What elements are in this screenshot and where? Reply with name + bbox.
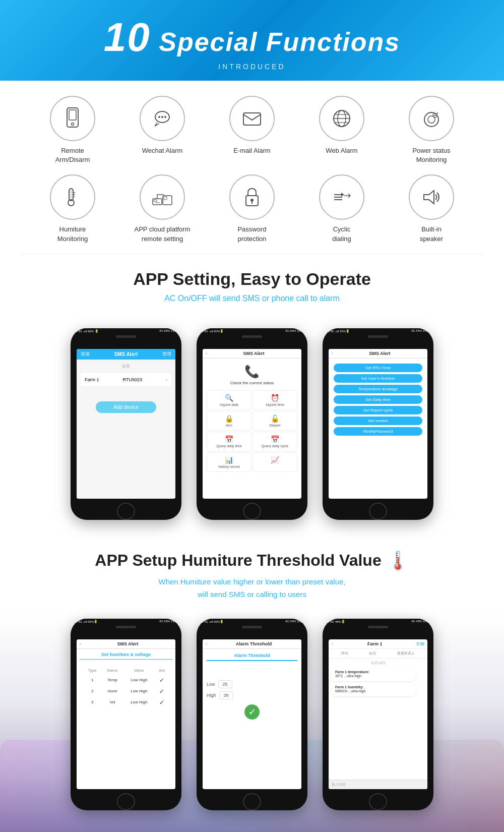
phone6-home-btn — [369, 793, 387, 810]
feature-wechat: Wechat Alarm — [120, 96, 205, 164]
phone5-home-btn — [243, 793, 261, 810]
speaker-icon-circle — [409, 174, 454, 220]
btn-rtu-time[interactable]: Set RTU Time — [334, 364, 422, 372]
humiture-title: APP Setup Humiture Threshold Value 🌡️ — [10, 550, 494, 571]
phone4-speaker — [116, 626, 136, 628]
wechat-icon-circle — [140, 96, 185, 141]
thermometer-icon: 🌡️ — [387, 550, 409, 571]
svg-point-4 — [158, 116, 160, 118]
humiture-icon — [60, 185, 85, 210]
phone5-screen: ‹ Alarm Threshold Alarm Threshold Low 25… — [203, 639, 301, 789]
add-device-button[interactable]: Add device — [96, 401, 156, 413]
app-setting-title: APP Setting, Easy to Operate — [10, 269, 494, 289]
email-icon-circle — [229, 96, 275, 141]
menu-inquire-data: 🔍 Inquire data — [207, 390, 251, 410]
cloud-icon — [150, 185, 175, 210]
btn-user-number[interactable]: Set User's Number — [334, 374, 422, 383]
svg-point-16 — [434, 115, 436, 116]
feature-web: Web Alarm — [299, 96, 384, 164]
phone1-body: 设置 Farm 1 RTU5023 › Add device — [77, 360, 175, 498]
page-header: 10 Special Functions INTRODUCED — [0, 0, 504, 81]
power-icon-circle — [409, 96, 454, 141]
phones-row-1: lnll 4G .ull 96% 🔋 4G 96% 19:47 添加 SMS A… — [0, 323, 504, 535]
phone2-home-btn — [243, 503, 261, 520]
power-label: Power statusMonitoring — [412, 146, 450, 164]
phone6-header: ‹ Farm 1 Edit — [329, 639, 427, 649]
svg-rect-25 — [154, 200, 157, 202]
btn-daily-time[interactable]: Set Daily time — [334, 395, 422, 404]
email-label: E-mail Alarm — [233, 146, 271, 155]
wechat-icon — [150, 106, 175, 131]
speaker-icon — [419, 185, 444, 210]
btn-version[interactable]: Set version — [334, 417, 422, 425]
phone6-tabs: 呼叫 短信 查看联系人 — [329, 649, 427, 659]
menu-inquire-time: ⏰ Inquire time — [253, 390, 297, 410]
phone5-status-bar: lnll 4G .ull 59%🔋 4G 59% 19:48 — [197, 619, 307, 624]
phone2-screen: ‹ SMS Alert 📞 Check the current status 🔍… — [203, 349, 301, 499]
btn-report-cycle[interactable]: Set Report cycle — [334, 406, 422, 414]
btn-temp-voltage[interactable]: Temperature &voltage — [334, 385, 422, 393]
phone6-status-bar: lnll 4G 48%🔋 4G 48% 16:21 — [323, 619, 433, 624]
email-icon — [239, 106, 265, 131]
phone3-speaker — [368, 335, 388, 338]
btn-modify-password[interactable]: ModifyPassword — [334, 427, 422, 436]
feature-humiture: HumitureMonitoring — [30, 174, 115, 243]
phone4-status-bar: lnll 4G .ull 59%🔋 4G 59% 19:48 — [71, 619, 181, 624]
app-setting-section: APP Setting, Easy to Operate AC On/OFF w… — [0, 254, 504, 323]
svg-point-2 — [72, 123, 74, 126]
phone3-screen: ‹ SMS Alert Set RTU Time Set User's Numb… — [329, 349, 427, 499]
menu-daily-time: 📅 Query daily time — [207, 432, 251, 451]
remote-arm-icon-circle — [50, 96, 95, 141]
app-setting-subtitle: AC On/OFF will send SMS or phone call to… — [10, 294, 494, 303]
phone3-header: ‹ SMS Alert — [329, 349, 427, 359]
phone5-header: ‹ Alarm Threshold — [203, 639, 301, 649]
chat-input[interactable]: 输入内容 — [329, 780, 427, 789]
chat-bubble-1: Farm 1 temperature: 39°C，ultra-high — [332, 668, 416, 681]
cloud-label: APP cloud platformremote setting — [134, 225, 190, 243]
web-icon — [329, 106, 354, 131]
features-section: RemoteArm/Disarm Wechat Alarm — [0, 81, 504, 254]
phone2-header: ‹ SMS Alert — [203, 349, 301, 359]
feature-cyclic: Cyclicdialing — [299, 174, 384, 243]
feature-number: 10 — [104, 15, 151, 60]
phone1-screen: 添加 SMS Alert 管理 设置 Farm 1 RTU5023 › Add … — [77, 349, 175, 499]
humiture-label: HumitureMonitoring — [57, 225, 88, 243]
humiture-sub1: When Humiture value higher or lower than… — [10, 577, 494, 586]
password-icon — [239, 185, 265, 210]
menu-chart: 📈 — [253, 452, 297, 472]
alarm-threshold-title: Alarm Threshold — [207, 653, 297, 661]
phone2-speaker — [242, 335, 262, 338]
phone-3: lnll 4G .ull 55%🔋 4G 55% 19:47 ‹ SMS Ale… — [323, 328, 433, 520]
phone4-screen: ‹ SMS Alert Set humiture & voltage Type … — [77, 639, 175, 789]
feature-speaker: Built-inspeaker — [389, 174, 474, 243]
header-subtitle: INTRODUCED — [10, 63, 494, 71]
phone-1: lnll 4G .ull 96% 🔋 4G 96% 19:47 添加 SMS A… — [71, 328, 181, 520]
confirm-button[interactable]: ✓ — [244, 704, 260, 720]
svg-rect-19 — [70, 190, 72, 199]
svg-point-5 — [161, 116, 163, 118]
svg-rect-1 — [69, 110, 76, 120]
phone3-home-btn — [369, 503, 387, 520]
remote-arm-label: RemoteArm/Disarm — [55, 146, 90, 164]
svg-point-30 — [250, 199, 254, 202]
humiture-section: APP Setup Humiture Threshold Value 🌡️ Wh… — [0, 535, 504, 614]
phone4-home-btn — [117, 793, 135, 810]
phone3-status-bar: lnll 4G .ull 55%🔋 4G 55% 19:47 — [323, 328, 433, 334]
phone-5: lnll 4G .ull 59%🔋 4G 59% 19:48 ‹ Alarm T… — [197, 619, 307, 810]
feature-power: Power statusMonitoring — [389, 96, 474, 164]
feature-email: E-mail Alarm — [210, 96, 294, 164]
feature-cloud: APP cloud platformremote setting — [120, 174, 205, 243]
svg-marker-36 — [424, 191, 434, 204]
table-row: 3 Vol Low High ✓ — [84, 697, 168, 707]
phone-6: lnll 4G 48%🔋 4G 48% 16:21 ‹ Farm 1 Edit … — [323, 619, 433, 810]
password-icon-circle — [229, 174, 275, 220]
phone6-screen: ‹ Farm 1 Edit 呼叫 短信 查看联系人 10月18日 Farm 1 … — [329, 639, 427, 789]
device-row: Farm 1 RTU5023 › — [81, 373, 171, 386]
phone1-status-bar: lnll 4G .ull 96% 🔋 4G 96% 19:47 — [71, 328, 181, 334]
phone5-speaker — [242, 626, 262, 628]
humiture-table: Type Name Value Set 1 Temp Low High ✓ — [80, 663, 172, 711]
svg-rect-7 — [243, 113, 261, 125]
menu-daily-cycle: 📅 Query daily cycle — [253, 432, 297, 451]
phones-row-2: lnll 4G .ull 59%🔋 4G 59% 19:48 ‹ SMS Ale… — [0, 614, 504, 832]
features-grid: RemoteArm/Disarm Wechat Alarm — [30, 96, 474, 244]
